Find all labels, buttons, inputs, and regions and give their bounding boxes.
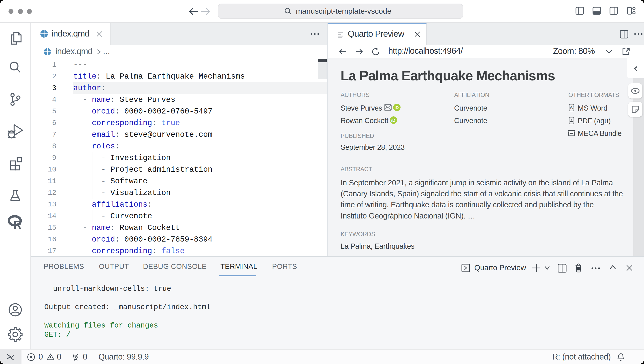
- svg-text:iD: iD: [391, 118, 396, 122]
- svg-text:R: R: [14, 219, 22, 230]
- svg-text:W: W: [570, 106, 574, 110]
- svg-text:iD: iD: [394, 105, 399, 110]
